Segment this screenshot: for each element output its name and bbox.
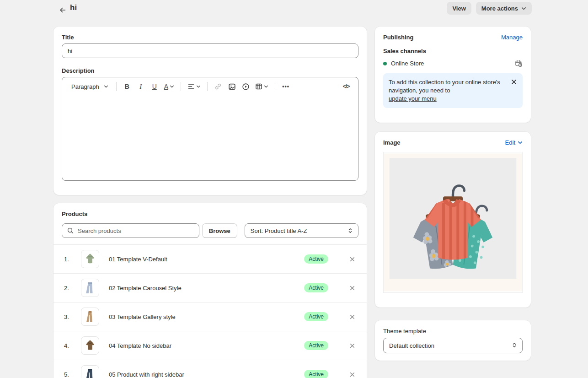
image-card: Image Edit <box>375 132 531 308</box>
channel-name: Online Store <box>391 60 515 67</box>
dismiss-banner-button[interactable] <box>509 77 519 86</box>
align-left-icon <box>187 83 195 90</box>
toolbar-divider <box>207 82 208 91</box>
publishing-heading: Publishing <box>383 34 413 41</box>
chevron-down-icon <box>518 140 523 145</box>
remove-product-button[interactable] <box>347 254 357 264</box>
sort-select-value: Sort: Product title A-Z <box>251 227 307 234</box>
back-arrow-icon <box>59 6 67 14</box>
video-icon <box>242 83 250 91</box>
insert-video-button[interactable] <box>239 80 252 93</box>
insert-image-button[interactable] <box>225 80 238 93</box>
rich-text-toolbar: Paragraph B I U A <box>62 77 358 96</box>
more-formatting-button[interactable]: ••• <box>279 80 292 93</box>
status-badge: Active <box>304 312 328 321</box>
light-blue-jeans-image <box>83 281 97 295</box>
product-thumbnail <box>81 336 99 355</box>
product-thumbnail <box>81 279 99 297</box>
chevron-down-icon <box>264 84 268 89</box>
theme-template-value: Default collection <box>389 342 434 349</box>
alignment-button[interactable] <box>185 80 203 93</box>
title-input[interactable] <box>62 43 358 58</box>
bold-button[interactable]: B <box>121 80 134 93</box>
collection-details-card: Title Description Paragraph B I U A <box>53 27 367 195</box>
close-icon <box>349 343 355 349</box>
theme-template-select[interactable]: Default collection <box>383 338 523 353</box>
chevron-down-icon <box>170 84 174 89</box>
schedule-calendar-icon <box>515 59 523 67</box>
image-heading: Image <box>383 139 401 146</box>
product-list: 1. 01 Template V-Default Active 2. 02 Te… <box>53 244 367 378</box>
collection-image[interactable] <box>383 152 523 293</box>
product-search <box>62 223 199 238</box>
search-icon <box>67 227 74 234</box>
product-title: 01 Template V-Default <box>109 256 304 263</box>
tan-pants-image <box>83 309 97 324</box>
sort-select[interactable]: Sort: Product title A-Z <box>245 223 358 238</box>
theme-template-card: Theme template Default collection <box>375 320 531 361</box>
remove-product-button[interactable] <box>347 312 357 321</box>
shirts-illustration <box>384 152 522 292</box>
view-button[interactable]: View <box>447 2 471 15</box>
show-html-button[interactable]: </> <box>340 80 353 93</box>
status-badge: Active <box>304 370 328 378</box>
insert-table-button[interactable] <box>253 80 271 93</box>
title-field-label: Title <box>62 34 358 41</box>
product-row: 1. 01 Template V-Default Active <box>53 244 367 273</box>
underline-button[interactable]: U <box>148 80 161 93</box>
browse-button[interactable]: Browse <box>202 223 237 238</box>
sales-channel-row: Online Store <box>383 59 523 67</box>
product-row: 2. 02 Template Carousel Style Active <box>53 273 367 302</box>
product-row: 4. 04 Template No sidebar Active <box>53 331 367 360</box>
select-updown-icon <box>347 227 353 234</box>
description-field-label: Description <box>62 67 358 74</box>
row-index: 1. <box>64 256 75 263</box>
chevron-down-icon <box>196 84 201 89</box>
insert-link-button[interactable] <box>212 80 225 93</box>
edit-image-link[interactable]: Edit <box>505 139 523 146</box>
remove-product-button[interactable] <box>347 341 357 350</box>
toolbar-divider <box>116 82 117 91</box>
update-menu-link[interactable]: update your menu <box>389 95 437 102</box>
product-title: 04 Template No sidebar <box>109 342 304 349</box>
back-button[interactable] <box>56 4 69 16</box>
more-actions-button[interactable]: More actions <box>476 2 532 15</box>
text-color-button[interactable]: A <box>162 80 176 93</box>
green-hoodie-image <box>83 252 97 266</box>
page-header: hi View More actions <box>0 0 588 20</box>
publishing-card: Publishing Manage Sales channels Online … <box>375 27 531 123</box>
toolbar-divider <box>181 82 181 91</box>
select-updown-icon <box>511 342 518 348</box>
close-icon <box>349 285 355 291</box>
link-icon <box>214 83 222 90</box>
remove-product-button[interactable] <box>347 370 357 378</box>
row-index: 2. <box>64 285 75 292</box>
product-title: 05 Product with right sidebar <box>109 371 304 378</box>
search-products-input[interactable] <box>62 223 199 238</box>
navigation-info-banner: To add this collection to your online st… <box>383 73 523 108</box>
description-textarea[interactable] <box>62 96 358 181</box>
product-title: 02 Template Carousel Style <box>109 285 304 292</box>
close-icon <box>349 256 355 262</box>
page-title: hi <box>70 3 77 12</box>
product-row: 5. 05 Product with right sidebar Active <box>53 360 367 378</box>
sales-channels-label: Sales channels <box>383 48 523 54</box>
status-badge: Active <box>304 283 328 292</box>
italic-button[interactable]: I <box>134 80 147 93</box>
status-badge: Active <box>304 341 328 350</box>
close-icon <box>511 79 517 85</box>
remove-product-button[interactable] <box>347 283 357 292</box>
row-index: 4. <box>64 342 75 349</box>
status-badge: Active <box>304 254 328 264</box>
row-index: 5. <box>64 371 75 378</box>
product-thumbnail <box>81 308 99 326</box>
product-row: 3. 03 Template Gallery style Active <box>53 302 367 331</box>
header-actions: View More actions <box>447 2 532 15</box>
paragraph-style-dropdown[interactable]: Paragraph <box>68 80 112 93</box>
products-card: Products Browse Sort: Product title A-Z … <box>53 203 367 378</box>
manage-link[interactable]: Manage <box>501 34 523 41</box>
row-index: 3. <box>64 313 75 320</box>
toolbar-divider <box>275 82 275 91</box>
brown-hoodie-image <box>83 338 97 353</box>
product-thumbnail <box>81 250 99 268</box>
